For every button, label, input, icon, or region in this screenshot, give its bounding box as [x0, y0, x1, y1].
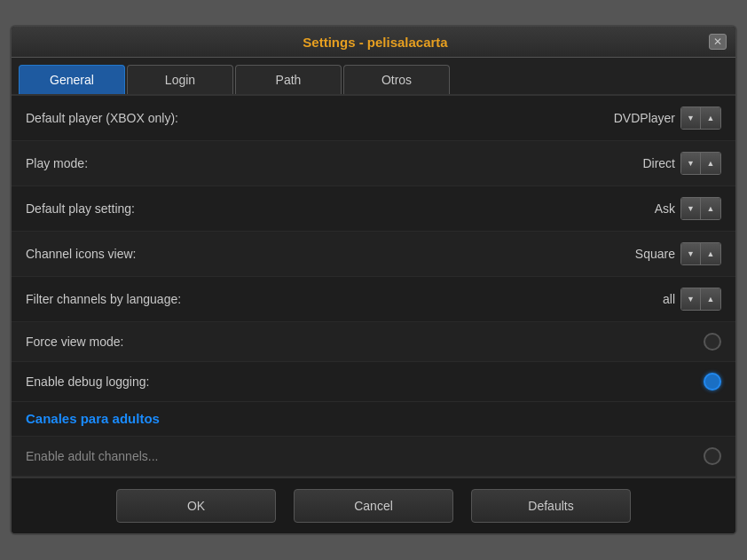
setting-label-default-player: Default player (XBOX only): — [26, 111, 178, 125]
setting-default-player: Default player (XBOX only): DVDPlayer ▼ … — [12, 96, 735, 141]
filter-channels-up[interactable]: ▲ — [701, 288, 720, 310]
setting-value-force-view — [704, 333, 721, 351]
tab-otros[interactable]: Otros — [343, 65, 450, 94]
setting-label-default-play: Default play setting: — [26, 201, 135, 216]
adult-enable-label: Enable adult channels... — [26, 449, 158, 463]
force-view-toggle[interactable] — [704, 333, 721, 351]
setting-label-channel-icons: Channel icons view: — [26, 247, 137, 261]
play-mode-value: Direct — [642, 156, 675, 170]
default-play-down[interactable]: ▼ — [681, 198, 701, 219]
footer: OK Cancel Defaults — [12, 477, 735, 533]
cancel-button[interactable]: Cancel — [294, 489, 453, 523]
default-player-up[interactable]: ▲ — [701, 107, 720, 129]
adult-enable-value — [704, 447, 721, 465]
tab-path[interactable]: Path — [235, 65, 342, 94]
channel-icons-up[interactable]: ▲ — [701, 243, 720, 264]
setting-default-play: Default play setting: Ask ▼ ▲ — [12, 186, 735, 232]
setting-label-play-mode: Play mode: — [26, 156, 88, 170]
setting-filter-channels: Filter channels by language: all ▼ ▲ — [12, 277, 735, 322]
adult-enable-toggle[interactable] — [704, 447, 721, 465]
setting-value-play-mode: Direct ▼ ▲ — [642, 152, 721, 175]
default-player-spinner: ▼ ▲ — [680, 106, 721, 130]
settings-content: Default player (XBOX only): DVDPlayer ▼ … — [12, 96, 735, 477]
setting-play-mode: Play mode: Direct ▼ ▲ — [12, 141, 735, 186]
tabs-bar: General Login Path Otros — [12, 58, 735, 96]
setting-value-default-player: DVDPlayer ▼ ▲ — [614, 106, 721, 130]
window-title: Settings - pelisalacarta — [42, 35, 709, 50]
settings-window: Settings - pelisalacarta ✕ General Login… — [10, 25, 737, 535]
setting-value-channel-icons: Square ▼ ▲ — [635, 242, 721, 265]
default-play-value: Ask — [655, 201, 675, 216]
adult-enable-row: Enable adult channels... — [12, 437, 735, 477]
setting-value-default-play: Ask ▼ ▲ — [655, 197, 721, 220]
setting-value-debug — [704, 373, 721, 390]
setting-label-force-view: Force view mode: — [26, 335, 123, 349]
defaults-button[interactable]: Defaults — [471, 489, 631, 523]
filter-channels-down[interactable]: ▼ — [681, 288, 701, 310]
default-play-up[interactable]: ▲ — [701, 198, 720, 219]
ok-button[interactable]: OK — [116, 489, 276, 523]
scroll-area[interactable]: Default player (XBOX only): DVDPlayer ▼ … — [12, 96, 735, 477]
filter-channels-value: all — [663, 292, 675, 306]
tab-general[interactable]: General — [19, 65, 125, 94]
setting-value-filter-channels: all ▼ ▲ — [663, 288, 721, 311]
filter-channels-spinner: ▼ ▲ — [680, 288, 721, 311]
setting-label-filter-channels: Filter channels by language: — [26, 292, 181, 306]
adult-channels-section: Canales para adultos — [12, 402, 735, 437]
debug-toggle[interactable] — [704, 373, 721, 390]
channel-icons-value: Square — [635, 247, 675, 261]
play-mode-down[interactable]: ▼ — [681, 153, 701, 174]
play-mode-up[interactable]: ▲ — [701, 153, 720, 174]
setting-debug-logging: Enable debug logging: — [12, 362, 735, 402]
section-title: Canales para adultos — [26, 411, 160, 426]
default-play-spinner: ▼ ▲ — [680, 197, 721, 220]
setting-label-debug: Enable debug logging: — [26, 375, 149, 389]
close-button[interactable]: ✕ — [709, 34, 727, 50]
title-bar: Settings - pelisalacarta ✕ — [12, 27, 735, 58]
play-mode-spinner: ▼ ▲ — [680, 152, 721, 175]
setting-channel-icons: Channel icons view: Square ▼ ▲ — [12, 232, 735, 277]
default-player-value: DVDPlayer — [614, 111, 675, 125]
channel-icons-spinner: ▼ ▲ — [680, 242, 721, 265]
default-player-down[interactable]: ▼ — [681, 107, 701, 129]
channel-icons-down[interactable]: ▼ — [681, 243, 701, 264]
setting-force-view: Force view mode: — [12, 322, 735, 362]
tab-login[interactable]: Login — [127, 65, 233, 94]
